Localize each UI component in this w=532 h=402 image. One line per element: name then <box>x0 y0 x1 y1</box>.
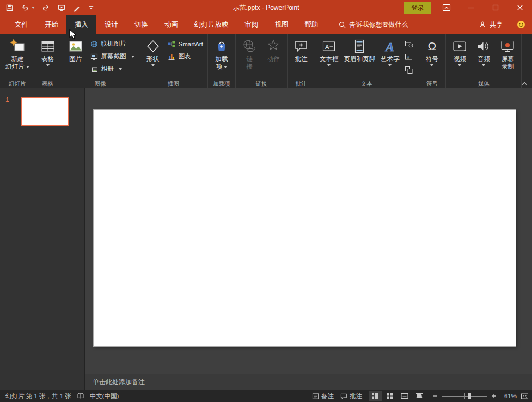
close-button[interactable] <box>507 0 532 15</box>
textbox-button[interactable]: A 文本框 <box>317 35 341 80</box>
online-pictures-button[interactable]: 联机图片 <box>89 39 136 49</box>
zoom-controls: 61% <box>432 391 529 401</box>
tab-view[interactable]: 视图 <box>267 15 297 34</box>
slideshow-icon <box>57 4 66 12</box>
online-pictures-icon <box>90 40 98 48</box>
zoom-in-button[interactable] <box>491 393 497 399</box>
action-button: 动作 <box>261 35 285 80</box>
textbox-label: 文本框 <box>320 55 339 63</box>
normal-view-icon <box>371 393 379 399</box>
new-slide-button[interactable]: 新建 幻灯片 <box>3 35 32 80</box>
chevron-up-icon <box>521 81 528 86</box>
date-time-button[interactable] <box>403 39 415 49</box>
addins-button[interactable]: 加载 项 <box>210 35 234 80</box>
audio-button[interactable]: 音频 <box>472 35 496 80</box>
action-star-icon <box>265 38 282 55</box>
tab-transitions[interactable]: 切换 <box>126 15 156 34</box>
tell-me-box[interactable]: 告诉我你想要做什么 <box>339 15 408 34</box>
tab-file[interactable]: 文件 <box>7 15 36 34</box>
undo-button[interactable] <box>21 4 35 12</box>
start-slideshow-button[interactable] <box>57 4 66 12</box>
customize-qat-button[interactable] <box>88 4 94 11</box>
zoom-level[interactable]: 61% <box>500 393 517 399</box>
zoom-slider-tick <box>464 393 465 399</box>
powerpoint-window: 示范.pptx - PowerPoint 登录 文件 开始 插入 设计 切换 动… <box>0 0 532 402</box>
video-button[interactable]: 视频 <box>448 35 472 80</box>
comments-toggle-label: 批注 <box>350 392 362 400</box>
zoom-slider[interactable] <box>442 391 487 401</box>
language-indicator[interactable]: 中文(中国) <box>90 392 119 400</box>
slide-sorter-view-button[interactable] <box>383 391 396 401</box>
comments-toggle-button[interactable]: 批注 <box>340 392 362 400</box>
header-footer-label: 页眉和页脚 <box>344 55 375 63</box>
notes-toggle-button[interactable]: 备注 <box>312 392 334 400</box>
picture-icon <box>68 38 84 55</box>
title-bar: 示范.pptx - PowerPoint 登录 <box>0 0 532 15</box>
slideshow-view-button[interactable] <box>413 391 426 401</box>
save-icon <box>5 4 14 12</box>
sign-in-button[interactable]: 登录 <box>404 2 431 14</box>
new-comment-button[interactable]: 批注 <box>289 35 313 80</box>
dropdown-caret <box>327 64 331 66</box>
fit-slide-to-window-button[interactable] <box>521 393 529 400</box>
statusbar-right: 备注 批注 <box>312 391 529 401</box>
action-label: 动作 <box>267 55 279 63</box>
minimize-icon <box>468 4 474 11</box>
feedback-smiley-button[interactable] <box>517 20 525 29</box>
notes-pane[interactable]: 单击此处添加备注 <box>85 374 532 390</box>
proofing-icon[interactable] <box>77 392 84 400</box>
dropdown-caret <box>119 68 122 70</box>
group-label-links: 链接 <box>237 80 285 88</box>
save-button[interactable] <box>5 4 14 12</box>
zoom-slider-handle[interactable] <box>468 393 471 399</box>
chart-button[interactable]: 图表 <box>166 51 205 62</box>
symbol-label: 符号 <box>426 55 438 63</box>
group-label-slides: 幻灯片 <box>3 80 32 88</box>
photo-album-icon <box>90 65 98 73</box>
tell-me-label: 告诉我你想要做什么 <box>350 20 408 29</box>
plus-icon <box>491 393 497 399</box>
picture-button[interactable]: 图片 <box>64 35 88 80</box>
minimize-button[interactable] <box>458 0 483 15</box>
zoom-out-button[interactable] <box>432 393 438 399</box>
object-icon <box>405 66 413 74</box>
tab-review[interactable]: 审阅 <box>237 15 267 34</box>
touch-mouse-mode-button[interactable] <box>73 4 81 12</box>
tab-design[interactable]: 设计 <box>96 15 126 34</box>
shapes-button[interactable]: 形状 <box>141 35 165 80</box>
smartart-button[interactable]: SmartArt <box>166 39 205 49</box>
slide-indicator[interactable]: 幻灯片 第 1 张，共 1 张 <box>5 392 71 400</box>
tab-home[interactable]: 开始 <box>36 15 66 34</box>
online-pictures-label: 联机图片 <box>101 40 126 48</box>
dropdown-caret <box>26 66 29 68</box>
slide-thumbnail[interactable] <box>21 97 69 126</box>
tab-help[interactable]: 帮助 <box>297 15 327 34</box>
symbol-button[interactable]: Ω 符号 <box>420 35 444 80</box>
normal-view-button[interactable] <box>369 391 382 401</box>
maximize-button[interactable] <box>483 0 507 15</box>
mouse-cursor <box>69 29 78 40</box>
slide-number-button[interactable]: # <box>403 52 415 62</box>
insert-object-button[interactable] <box>403 65 415 75</box>
collapse-ribbon-button[interactable] <box>521 81 528 86</box>
hyperlink-globe-icon <box>241 38 258 55</box>
notes-placeholder: 单击此处添加备注 <box>93 377 145 387</box>
table-button[interactable]: 表格 <box>36 35 60 80</box>
person-icon <box>479 21 486 28</box>
slide-canvas[interactable] <box>94 110 516 346</box>
share-button[interactable]: 共享 <box>479 20 503 29</box>
ribbon-display-options-button[interactable] <box>442 4 451 12</box>
tab-animations[interactable]: 动画 <box>156 15 186 34</box>
header-footer-button[interactable]: 页眉和页脚 <box>341 35 378 80</box>
tab-slideshow[interactable]: 幻灯片放映 <box>186 15 237 34</box>
group-label-addins: 加载项 <box>210 80 234 88</box>
screenshot-button[interactable]: 屏幕截图 <box>89 51 136 62</box>
undo-icon <box>21 4 29 12</box>
reading-view-button[interactable] <box>398 391 411 401</box>
photo-album-button[interactable]: 相册 <box>89 64 136 74</box>
screen-recording-button[interactable]: 屏幕 录制 <box>496 35 519 80</box>
wordart-button[interactable]: A 艺术字 <box>378 35 402 80</box>
ribbon-group-comments: 批注 批注 <box>288 34 315 88</box>
redo-button[interactable] <box>42 4 50 12</box>
tabrow-right: 共享 <box>479 15 532 34</box>
